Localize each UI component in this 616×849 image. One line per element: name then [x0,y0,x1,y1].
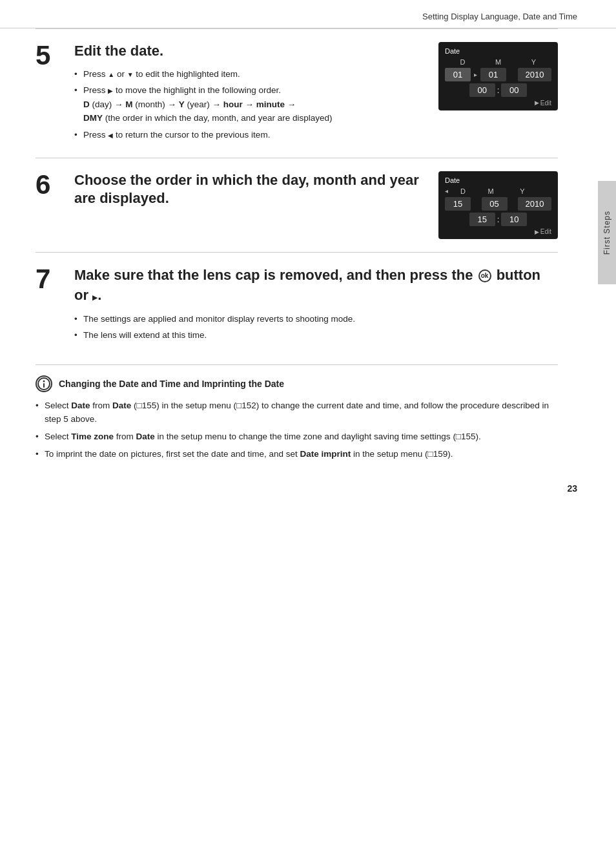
h-m: M [478,187,504,195]
step-7-body: Make sure that the lens cap is removed, … [74,266,558,345]
hour-value: 00 [469,83,495,97]
side-tab: First Steps [598,181,616,284]
step-6-title: Choose the order in which the day, month… [74,171,426,208]
header-d: D [450,58,476,66]
note-title: Changing the Date and Time and Imprintin… [59,379,284,389]
page-header: Setting Display Language, Date and Time [0,0,616,28]
step-7-bullets: The settings are applied and monitor dis… [74,312,558,342]
step-5-bullets: Press or to edit the highlighted item. P… [74,67,426,142]
step-7-bullet-2: The lens will extend at this time. [74,328,558,342]
step-7-number: 7 [36,266,61,293]
step-6-date-label: Date [445,176,551,184]
step-7-title: Make sure that the lens cap is removed, … [74,266,558,306]
bottom-note: Changing the Date and Time and Imprintin… [36,364,558,477]
minute-value: 00 [501,83,527,97]
step-5-date-label: Date [445,47,551,55]
day-value-6: 15 [445,197,471,211]
step-5-headers: D M Y [445,58,551,66]
note-icon-svg [37,377,51,391]
page-number: 23 [0,477,616,500]
step-5-date-display: Date D M Y 01 ▸ 01 2010 00 : 00 [438,42,558,110]
step-5-number: 5 [36,42,61,69]
year-value: 2010 [518,68,551,81]
left-arrow-indicator: ◂ [445,187,448,194]
edit-icon: ▶ Edit [535,100,551,107]
note-icon [36,375,52,392]
step-5-title: Edit the date. [74,42,426,61]
step-6-time: 15 : 10 [445,213,551,226]
note-bullets: Select Date from Date (□155) in the setu… [36,399,558,461]
step-6-number: 6 [36,171,61,198]
h-d: D [450,187,476,195]
ok-button-icon: ok [478,269,491,282]
page-title: Setting Display Language, Date and Time [422,12,577,21]
month-value-6: 05 [482,197,508,211]
svg-rect-2 [43,383,45,388]
step-6-headers: ◂ D M Y [445,187,551,195]
side-tab-label: First Steps [602,211,611,255]
note-bullet-2: Select Time zone from Date in the setup … [36,430,558,444]
step-5-edit-row: ▶ Edit [445,99,551,107]
step-6-date-display: Date ◂ D M Y 15 05 2010 15 : 10 [438,171,558,240]
step-5-section: 5 Edit the date. Press or to edit the hi… [36,28,558,158]
step-5-bullet-3: Press to return the cursor to the previo… [74,128,426,142]
note-bullet-3: To imprint the date on pictures, first s… [36,447,558,461]
hour-value-6: 15 [469,213,495,226]
main-content: 5 Edit the date. Press or to edit the hi… [0,28,597,477]
minute-value-6: 10 [501,213,527,226]
step-5-body: Edit the date. Press or to edit the high… [74,42,426,145]
step-5-values: 01 ▸ 01 2010 [445,68,551,81]
edit-icon-6: ▶ Edit [535,228,551,235]
note-bullet-1: Select Date from Date (□155) in the setu… [36,399,558,426]
step-6-edit-row: ▶ Edit [445,228,551,236]
step-5-time: 00 : 00 [445,83,551,97]
header-m: M [486,58,511,66]
step-7-section: 7 Make sure that the lens cap is removed… [36,252,558,358]
step-5-bullet-1: Press or to edit the highlighted item. [74,67,426,81]
step-5-bullet-2: Press to move the highlight in the follo… [74,83,426,125]
svg-point-1 [43,380,45,382]
header-y: Y [521,58,547,66]
arrow-sep-1: ▸ [473,71,478,78]
step-5-image: Date D M Y 01 ▸ 01 2010 00 : 00 [438,42,558,110]
month-value: 01 [480,68,506,81]
note-header: Changing the Date and Time and Imprintin… [36,375,558,392]
year-value-6: 2010 [518,197,551,211]
step-6-section: 6 Choose the order in which the day, mon… [36,158,558,253]
h-y: Y [506,187,539,195]
step-7-bullet-1: The settings are applied and monitor dis… [74,312,558,326]
day-value: 01 [445,68,471,81]
step-6-body: Choose the order in which the day, month… [74,171,426,215]
step-6-values: 15 05 2010 [445,197,551,211]
step-6-image: Date ◂ D M Y 15 05 2010 15 : 10 [438,171,558,240]
